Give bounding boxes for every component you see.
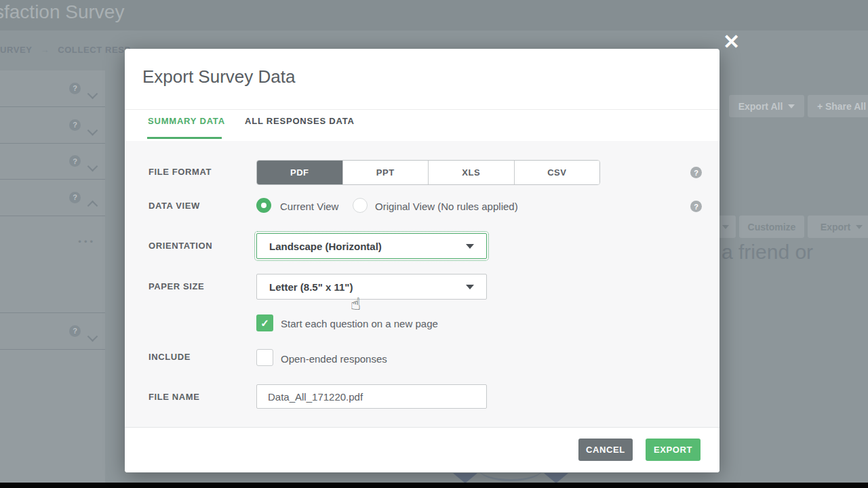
- question-export-button[interactable]: Export: [808, 216, 868, 238]
- new-page-checkbox-label[interactable]: Start each question on a new page: [281, 318, 438, 329]
- original-view-label[interactable]: Original View (No rules applied): [375, 201, 518, 212]
- question-detail-panel: •••: [0, 216, 105, 313]
- breadcrumb: URVEY → COLLECT RESP: [0, 45, 131, 55]
- caret-down-icon: [722, 225, 729, 229]
- question-row[interactable]: ?: [0, 144, 105, 180]
- help-icon[interactable]: ?: [69, 119, 81, 131]
- letterbox-bar: [0, 483, 868, 488]
- include-label: INCLUDE: [149, 352, 191, 362]
- caret-down-icon: [856, 225, 863, 229]
- caret-down-icon: [788, 104, 795, 108]
- question-row[interactable]: ?: [0, 70, 105, 107]
- tab-all-responses-data[interactable]: ALL RESPONSES DATA: [245, 116, 355, 126]
- chevron-down-icon[interactable]: [89, 331, 97, 340]
- help-icon[interactable]: ?: [69, 155, 81, 167]
- chevron-down-icon[interactable]: [89, 89, 97, 97]
- chevron-up-icon[interactable]: [89, 198, 97, 206]
- help-icon[interactable]: ?: [69, 83, 81, 94]
- file-format-segmented-control: PDF PPT XLS CSV: [256, 160, 600, 185]
- question-list: ? ? ? ? ••• ?: [0, 70, 105, 483]
- data-view-label: DATA VIEW: [149, 201, 200, 211]
- question-list-spacer: [0, 350, 105, 483]
- breadcrumb-step-survey[interactable]: URVEY: [0, 45, 33, 55]
- export-all-label: Export All: [738, 101, 783, 112]
- file-name-input[interactable]: [256, 384, 487, 409]
- mouse-pointer-icon: ☝: [351, 294, 361, 314]
- question-row[interactable]: ?: [0, 107, 105, 144]
- format-option-ppt[interactable]: PPT: [343, 161, 429, 184]
- more-options-icon[interactable]: •••: [78, 237, 96, 247]
- question-row-expanded[interactable]: ?: [0, 180, 105, 216]
- orientation-value: Landscape (Horizontal): [269, 241, 466, 252]
- help-icon[interactable]: ?: [69, 192, 81, 203]
- modal-title: Export Survey Data: [142, 66, 295, 87]
- file-format-label: FILE FORMAT: [149, 167, 212, 177]
- radio-current-view[interactable]: [256, 198, 271, 213]
- chevron-down-icon[interactable]: [89, 125, 97, 134]
- paper-size-value: Letter (8.5" x 11"): [269, 281, 466, 293]
- format-option-csv[interactable]: CSV: [515, 161, 600, 184]
- question-text-fragment: a friend or: [722, 241, 813, 264]
- breadcrumb-step-collect[interactable]: COLLECT RESP: [58, 45, 131, 55]
- check-icon: ✓: [260, 317, 269, 329]
- chart-shape: [544, 473, 568, 483]
- help-icon[interactable]: ?: [69, 325, 81, 337]
- new-page-checkbox[interactable]: ✓: [256, 314, 273, 331]
- open-ended-checkbox-label[interactable]: Open-ended responses: [281, 353, 387, 365]
- page-title-band: [0, 0, 868, 30]
- cancel-button[interactable]: CANCEL: [578, 439, 633, 461]
- orientation-dropdown[interactable]: Landscape (Horizontal): [256, 233, 487, 259]
- open-ended-checkbox[interactable]: [256, 349, 273, 366]
- customize-button[interactable]: Customize: [739, 216, 804, 238]
- breadcrumb-arrow-icon: →: [41, 45, 50, 55]
- data-view-help-icon[interactable]: ?: [690, 201, 702, 212]
- file-format-help-icon[interactable]: ?: [690, 167, 702, 178]
- chart-shape: [453, 473, 477, 483]
- radio-original-view[interactable]: [353, 198, 368, 213]
- share-all-button[interactable]: + Share All: [808, 95, 868, 117]
- tab-summary-data[interactable]: SUMMARY DATA: [148, 116, 225, 126]
- active-tab-underline: [147, 137, 222, 139]
- export-button[interactable]: EXPORT: [646, 439, 701, 461]
- share-all-label: + Share All: [817, 101, 866, 112]
- chevron-down-icon[interactable]: [89, 161, 97, 169]
- export-all-button[interactable]: Export All: [729, 95, 804, 117]
- question-export-label: Export: [821, 222, 850, 232]
- current-view-label[interactable]: Current View: [280, 201, 338, 212]
- format-option-pdf[interactable]: PDF: [257, 161, 343, 184]
- format-option-xls[interactable]: XLS: [429, 161, 515, 184]
- paper-size-label: PAPER SIZE: [149, 281, 204, 291]
- paper-size-dropdown[interactable]: Letter (8.5" x 11"): [256, 274, 487, 300]
- orientation-label: ORIENTATION: [149, 241, 212, 251]
- caret-down-icon: [466, 285, 474, 289]
- export-survey-data-modal: Export Survey Data SUMMARY DATA ALL RESP…: [125, 49, 719, 472]
- customize-label: Customize: [748, 222, 796, 232]
- header-divider: [125, 109, 719, 110]
- file-name-label: FILE NAME: [149, 392, 199, 402]
- question-row[interactable]: ?: [0, 313, 105, 350]
- caret-down-icon: [466, 244, 474, 249]
- close-icon[interactable]: ✕: [723, 30, 740, 54]
- survey-page-title: sfaction Survey: [0, 1, 124, 23]
